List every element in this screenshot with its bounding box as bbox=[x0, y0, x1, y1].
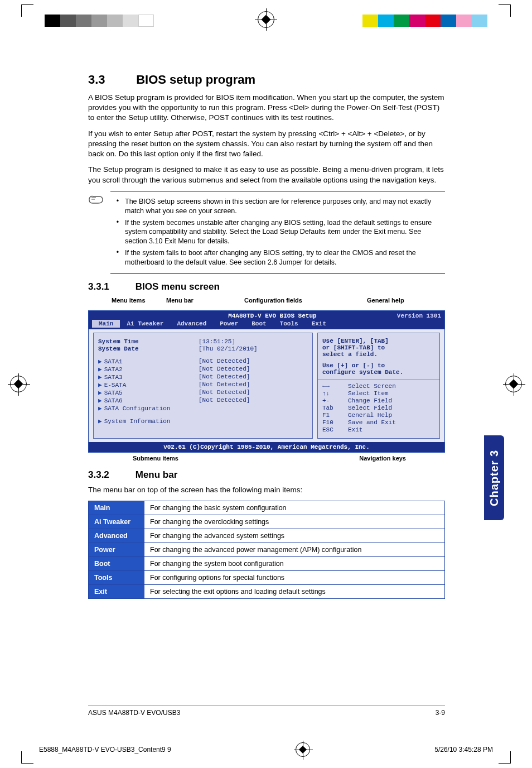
bios-item[interactable]: SATA3 bbox=[104, 374, 123, 381]
section-heading: 3.3 BIOS setup program bbox=[88, 73, 445, 87]
bios-item[interactable]: SATA Configuration bbox=[104, 405, 171, 412]
bios-tab-advanced[interactable]: Advanced bbox=[170, 320, 213, 328]
diagram-callouts-bottom: Submenu items Navigation keys bbox=[88, 455, 445, 462]
table-cell: For changing the overclocking settings bbox=[144, 515, 445, 529]
table-header: Exit bbox=[89, 585, 144, 599]
registration-mark-icon bbox=[10, 376, 27, 392]
table-header: Tools bbox=[89, 571, 144, 585]
bios-field-value: [Not Detected] bbox=[199, 358, 250, 365]
bios-help-panel: Use [ENTER], [TAB] or [SHIFT-TAB] to sel… bbox=[317, 333, 440, 439]
help-line: select a field. bbox=[322, 351, 435, 358]
menubar-items-table: MainFor changing the basic system config… bbox=[88, 501, 445, 599]
registration-mark-icon bbox=[505, 376, 522, 392]
table-cell: For changing the advanced power manageme… bbox=[144, 543, 445, 557]
nav-key: F10 bbox=[322, 419, 348, 426]
nav-action: Change Field bbox=[348, 397, 392, 404]
bios-field-value[interactable]: [13:51:25] bbox=[199, 338, 235, 345]
bios-tab-exit[interactable]: Exit bbox=[305, 320, 333, 328]
print-marks-top bbox=[0, 0, 532, 39]
subsection-heading: 3.3.1 BIOS menu screen bbox=[88, 281, 445, 292]
help-line: configure system Date. bbox=[322, 369, 435, 376]
nav-action: General Help bbox=[348, 412, 392, 419]
crop-mark bbox=[21, 4, 33, 17]
table-header: Ai Tweaker bbox=[89, 515, 144, 529]
registration-mark-icon bbox=[258, 11, 274, 28]
bios-field-value: [Not Detected] bbox=[199, 373, 250, 381]
nav-key: Tab bbox=[322, 405, 348, 411]
page-footer: ASUS M4A88TD-V EVO/USB3 3-9 bbox=[88, 705, 445, 717]
bios-field-value[interactable]: [Thu 02/11/2010] bbox=[199, 345, 258, 352]
diagram-callouts-top: Menu items Menu bar Configuration fields… bbox=[88, 297, 445, 308]
body-paragraph: A BIOS Setup program is provided for BIO… bbox=[88, 93, 445, 123]
bios-screenshot-illustration: M4A88TD-V EVO BIOS Setup Version 1301 Ma… bbox=[88, 310, 445, 453]
bios-item[interactable]: SATA6 bbox=[104, 397, 123, 404]
callout-label: Submenu items bbox=[133, 455, 178, 462]
table-cell: For configuring options for special func… bbox=[144, 571, 445, 585]
help-line: Use [ENTER], [TAB] bbox=[322, 338, 435, 344]
help-line: Use [+] or [-] to bbox=[322, 362, 435, 369]
bios-main-panel: System Time[13:51:25] System Date[Thu 02… bbox=[93, 333, 313, 439]
bios-item[interactable]: SATA2 bbox=[104, 366, 123, 373]
body-paragraph: The Setup program is designed to make it… bbox=[88, 165, 445, 185]
bios-field-value: [Not Detected] bbox=[199, 381, 250, 388]
callout-label: Menu bar bbox=[166, 297, 194, 304]
nav-key: +- bbox=[322, 397, 348, 404]
bios-tab-ai-tweaker[interactable]: Ai Tweaker bbox=[120, 320, 170, 328]
table-cell: For changing the basic system configurat… bbox=[144, 501, 445, 515]
body-paragraph: If you wish to enter Setup after POST, r… bbox=[88, 129, 445, 160]
table-cell: For changing the system boot configurati… bbox=[144, 557, 445, 571]
bios-tab-boot[interactable]: Boot bbox=[245, 320, 273, 328]
nav-key: F1 bbox=[322, 412, 348, 419]
nav-action: Select Item bbox=[348, 390, 389, 397]
bios-tab-main[interactable]: Main bbox=[92, 320, 120, 328]
nav-key: ESC bbox=[322, 426, 348, 433]
crop-mark bbox=[499, 751, 511, 764]
crop-mark bbox=[499, 4, 511, 17]
body-paragraph: The menu bar on top of the screen has th… bbox=[88, 485, 445, 495]
bios-field-value: [Not Detected] bbox=[199, 397, 250, 404]
note-item: If the system becomes unstable after cha… bbox=[125, 218, 445, 247]
bios-tab-tools[interactable]: Tools bbox=[273, 320, 305, 328]
swatch-row-color bbox=[362, 15, 487, 27]
note-item: The BIOS setup screens shown in this sec… bbox=[125, 197, 445, 216]
nav-key: ←→ bbox=[322, 383, 348, 390]
swatch-row-gray bbox=[45, 15, 154, 27]
bios-field-value: [Not Detected] bbox=[199, 366, 250, 373]
subsection-title: BIOS menu screen bbox=[136, 281, 220, 292]
footer-page-number: 3-9 bbox=[436, 709, 445, 717]
nav-action: Select Field bbox=[348, 405, 392, 411]
bios-field-label: System Date bbox=[98, 345, 199, 352]
callout-label: General help bbox=[367, 297, 404, 304]
bios-item[interactable]: SATA5 bbox=[104, 390, 123, 396]
bios-version: Version 1301 bbox=[397, 313, 441, 319]
bios-copyright: v02.61 (C)Copyright 1985-2010, American … bbox=[89, 442, 444, 452]
chapter-tab: Chapter 3 bbox=[484, 435, 504, 520]
bios-tab-power[interactable]: Power bbox=[213, 320, 245, 328]
section-title-text: BIOS setup program bbox=[136, 73, 255, 87]
subsection-title: Menu bar bbox=[136, 469, 178, 480]
nav-key: ↑↓ bbox=[322, 390, 348, 397]
help-line: or [SHIFT-TAB] to bbox=[322, 344, 435, 351]
table-header: Boot bbox=[89, 557, 144, 571]
footer-model: ASUS M4A88TD-V EVO/USB3 bbox=[88, 709, 180, 717]
bios-item[interactable]: SATA1 bbox=[104, 358, 123, 365]
crop-mark bbox=[21, 751, 33, 764]
table-header: Advanced bbox=[89, 529, 144, 543]
nav-action: Save and Exit bbox=[348, 419, 396, 426]
note-block: •The BIOS setup screens shown in this se… bbox=[88, 191, 445, 273]
hand-note-icon bbox=[88, 192, 104, 204]
subsection-number: 3.3.2 bbox=[88, 469, 133, 481]
nav-action: Exit bbox=[348, 426, 362, 433]
bios-field-value: [Not Detected] bbox=[199, 389, 250, 396]
page-content: 3.3 BIOS setup program A BIOS Setup prog… bbox=[88, 73, 445, 599]
bios-title: M4A88TD-V EVO BIOS Setup bbox=[148, 313, 397, 319]
subsection-heading: 3.3.2 Menu bar bbox=[88, 469, 445, 481]
bios-item[interactable]: System Information bbox=[104, 418, 171, 425]
section-number: 3.3 bbox=[88, 73, 133, 87]
callout-label: Menu items bbox=[112, 297, 146, 304]
bios-item[interactable]: E-SATA bbox=[104, 382, 127, 388]
callout-label: Configuration fields bbox=[244, 297, 302, 304]
callout-label: Navigation keys bbox=[359, 455, 406, 462]
table-header: Main bbox=[89, 501, 144, 515]
bios-field-label: System Time bbox=[98, 338, 199, 345]
